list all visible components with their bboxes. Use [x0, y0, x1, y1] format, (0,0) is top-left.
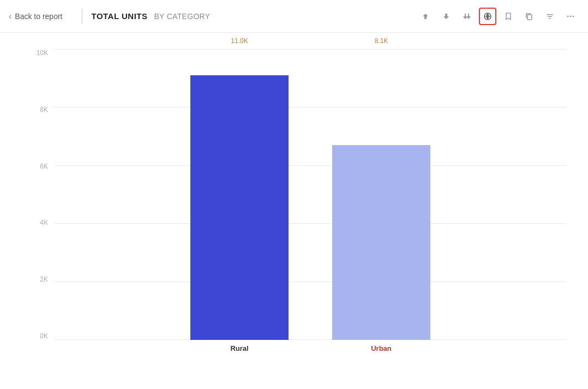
more-icon[interactable]	[562, 8, 579, 25]
title-section: TOTAL UNITS BY CATEGORY	[91, 11, 210, 21]
bar-value-urban: 8.1K	[375, 37, 388, 45]
svg-rect-3	[548, 16, 552, 17]
chevron-left-icon: ‹	[9, 11, 11, 21]
chart-title: TOTAL UNITS	[91, 11, 147, 21]
y-label-0k: 0K	[40, 332, 48, 340]
y-label-8k: 8K	[40, 106, 48, 113]
svg-point-5	[567, 15, 569, 17]
bar-rural[interactable]	[190, 75, 289, 340]
y-label-2k: 2K	[40, 276, 48, 283]
bars-container: 11.0K 8.1K	[55, 49, 566, 340]
copy-icon[interactable]	[520, 8, 538, 25]
bookmark-icon[interactable]	[500, 8, 517, 25]
svg-rect-2	[547, 14, 553, 15]
top-bar: ‹ Back to report TOTAL UNITS BY CATEGORY	[0, 0, 588, 33]
y-axis: 10K 8K 6K 4K 2K 0K	[33, 44, 55, 356]
svg-point-6	[570, 15, 572, 17]
x-axis: Rural Urban	[55, 340, 566, 356]
y-label-10k: 10K	[37, 49, 48, 57]
chart-subtitle: BY CATEGORY	[154, 12, 210, 21]
chart-area: 10K 8K 6K 4K 2K 0K 11.0K 8.1K	[0, 33, 588, 389]
divider	[82, 9, 82, 24]
x-label-urban: Urban	[371, 344, 392, 352]
x-label-rural-group: Rural	[190, 343, 289, 353]
sort-up-icon[interactable]	[417, 8, 434, 25]
bar-urban[interactable]	[332, 145, 430, 340]
focus-icon[interactable]	[479, 8, 496, 25]
filter-icon[interactable]	[541, 8, 559, 25]
sort-down-double-icon[interactable]	[458, 8, 476, 25]
chart-content: 11.0K 8.1K Rural Urban	[55, 44, 566, 356]
y-label-4k: 4K	[40, 219, 48, 226]
x-label-urban-group: Urban	[332, 343, 430, 353]
back-label: Back to report	[15, 12, 62, 21]
svg-rect-1	[527, 15, 532, 20]
bar-group-urban: 8.1K	[332, 49, 430, 340]
bar-group-rural: 11.0K	[190, 49, 289, 340]
svg-point-7	[573, 15, 574, 17]
sort-down-icon[interactable]	[437, 8, 455, 25]
back-link[interactable]: ‹ Back to report	[9, 11, 73, 21]
top-bar-left: ‹ Back to report TOTAL UNITS BY CATEGORY	[9, 9, 210, 24]
toolbar	[417, 8, 579, 25]
y-label-6k: 6K	[40, 163, 48, 170]
bar-value-rural: 11.0K	[231, 37, 248, 45]
svg-rect-4	[549, 18, 551, 19]
x-label-rural: Rural	[230, 344, 248, 352]
